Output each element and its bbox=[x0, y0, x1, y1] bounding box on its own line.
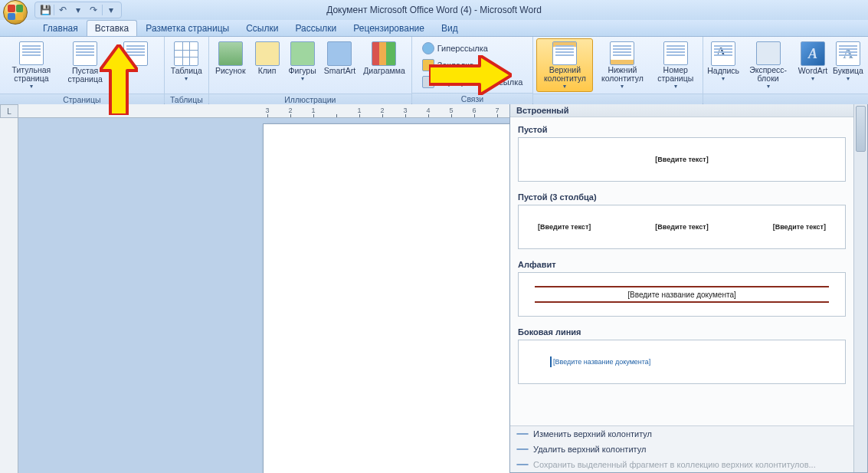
crossref-icon bbox=[422, 76, 434, 88]
gallery-heading: Встроенный bbox=[510, 104, 867, 117]
group-text-label bbox=[703, 94, 868, 105]
group-text: AНадпись▾ Экспресс-блоки▾ AWordArt▾ AБук… bbox=[703, 37, 868, 103]
bookmark-button[interactable]: Закладка bbox=[418, 57, 527, 73]
gallery-cat-blank: Пустой bbox=[518, 125, 846, 134]
dropcap-button[interactable]: AБуквица▾ bbox=[831, 38, 865, 92]
gallery-body[interactable]: Пустой [Введите текст] Пустой (3 столбца… bbox=[510, 117, 867, 425]
placeholder-text: [Введите текст] bbox=[655, 156, 708, 163]
gallery-cat-alpha: Алфавит bbox=[518, 260, 846, 269]
chart-icon bbox=[372, 41, 396, 66]
footer-button[interactable]: Нижний колонтитул▾ bbox=[594, 38, 650, 92]
tab-insert[interactable]: Вставка bbox=[87, 20, 138, 36]
pagenum-icon bbox=[663, 41, 688, 65]
page-number-button[interactable]: Номер страницы▾ bbox=[651, 38, 699, 92]
group-pages: Титульная страница▾ Пустая страница Разр… bbox=[0, 37, 165, 103]
shapes-button[interactable]: Фигуры▾ bbox=[286, 38, 319, 92]
tab-home[interactable]: Главная bbox=[34, 20, 87, 36]
gallery-item-blank3[interactable]: [Введите текст] [Введите текст] [Введите… bbox=[518, 205, 846, 249]
qat-drop-icon[interactable]: ▾ bbox=[71, 3, 85, 17]
gallery-item-blank[interactable]: [Введите текст] bbox=[518, 137, 846, 182]
quickparts-button[interactable]: Экспресс-блоки▾ bbox=[742, 38, 794, 92]
table-button[interactable]: Таблица▾ bbox=[168, 38, 205, 92]
remove-header-icon bbox=[516, 448, 529, 450]
gallery-cat-side: Боковая линия bbox=[518, 327, 846, 337]
save-icon[interactable]: 💾 bbox=[38, 3, 52, 17]
tab-review[interactable]: Рецензирование bbox=[345, 20, 433, 36]
header-icon bbox=[552, 41, 577, 65]
group-links-label: Связи bbox=[412, 93, 533, 104]
chart-button[interactable]: Диаграмма bbox=[360, 38, 408, 92]
window-title: Документ Microsoft Office Word (4) - Mic… bbox=[0, 5, 868, 15]
bookmark-icon bbox=[422, 59, 434, 71]
title-bar: 💾 ↶ ▾ ↷ ▾ Документ Microsoft Office Word… bbox=[0, 0, 868, 20]
gallery-cat-blank3: Пустой (3 столбца) bbox=[518, 192, 846, 202]
group-tables-label: Таблицы bbox=[165, 94, 208, 105]
tab-mailings[interactable]: Рассылки bbox=[287, 20, 345, 36]
group-header-footer: Верхний колонтитул▾ Нижний колонтитул▾ Н… bbox=[533, 37, 703, 103]
edit-header-icon bbox=[516, 433, 529, 435]
page-break-button[interactable]: Разрыв страницы bbox=[111, 38, 161, 92]
ruler-corner[interactable]: L bbox=[0, 104, 18, 118]
group-pages-label: Страницы bbox=[0, 94, 164, 105]
cover-page-button[interactable]: Титульная страница▾ bbox=[3, 38, 60, 92]
qat-customize-icon[interactable]: ▾ bbox=[104, 3, 118, 17]
clip-button[interactable]: Клип bbox=[251, 38, 284, 92]
ribbon: Титульная страница▾ Пустая страница Разр… bbox=[0, 37, 868, 104]
gallery-remove-header[interactable]: Удалить верхний колонтитул bbox=[510, 442, 867, 457]
textbox-button[interactable]: AНадпись▾ bbox=[706, 38, 740, 92]
quickparts-icon bbox=[756, 41, 781, 65]
quick-access-toolbar: 💾 ↶ ▾ ↷ ▾ bbox=[34, 2, 122, 18]
textbox-icon: A bbox=[711, 41, 735, 66]
clip-icon bbox=[255, 41, 280, 66]
gallery-scrollbar[interactable] bbox=[853, 104, 867, 472]
undo-icon[interactable]: ↶ bbox=[56, 3, 70, 17]
redo-icon[interactable]: ↷ bbox=[87, 3, 100, 17]
ribbon-tabs: Главная Вставка Разметка страницы Ссылки… bbox=[0, 20, 868, 37]
group-links: Гиперссылка Закладка Перекрестная ссылка… bbox=[412, 37, 534, 103]
vertical-ruler[interactable] bbox=[0, 118, 18, 473]
shapes-icon bbox=[290, 41, 315, 66]
gallery-footer: Изменить верхний колонтитул Удалить верх… bbox=[510, 425, 867, 472]
wordart-icon: A bbox=[801, 41, 825, 66]
header-button[interactable]: Верхний колонтитул▾ bbox=[536, 38, 593, 92]
picture-icon bbox=[218, 41, 243, 66]
tab-view[interactable]: Вид bbox=[433, 20, 467, 36]
footer-icon bbox=[610, 41, 634, 65]
wordart-button[interactable]: AWordArt▾ bbox=[796, 38, 830, 92]
group-tables: Таблица▾ Таблицы bbox=[165, 37, 209, 103]
crossref-button[interactable]: Перекрестная ссылка bbox=[418, 74, 527, 90]
tab-references[interactable]: Ссылки bbox=[237, 20, 287, 36]
scroll-thumb[interactable] bbox=[856, 106, 866, 152]
group-illustrations-label: Иллюстрации bbox=[209, 94, 411, 105]
gallery-save-selection: Сохранить выделенный фрагмент в коллекци… bbox=[510, 457, 867, 472]
header-gallery: Встроенный Пустой [Введите текст] Пустой… bbox=[509, 104, 868, 473]
gallery-item-side[interactable]: [Введите название документа] bbox=[518, 340, 846, 384]
hyperlink-icon bbox=[422, 42, 434, 54]
gallery-edit-header[interactable]: Изменить верхний колонтитул bbox=[510, 426, 867, 442]
save-selection-icon bbox=[516, 464, 529, 465]
picture-button[interactable]: Рисунок bbox=[212, 38, 249, 92]
gallery-item-alpha[interactable]: [Введите название документа] bbox=[518, 272, 846, 317]
blank-page-button[interactable]: Пустая страница bbox=[61, 38, 110, 92]
hyperlink-button[interactable]: Гиперссылка bbox=[418, 40, 527, 56]
group-illustrations: Рисунок Клип Фигуры▾ SmartArt Диаграмма … bbox=[209, 37, 412, 103]
group-hf-label bbox=[533, 94, 703, 105]
smartart-button[interactable]: SmartArt bbox=[321, 38, 359, 92]
office-button[interactable] bbox=[3, 0, 28, 25]
smartart-icon bbox=[327, 41, 352, 66]
dropcap-icon: A bbox=[836, 41, 860, 66]
tab-page-layout[interactable]: Разметка страницы bbox=[137, 20, 237, 36]
table-icon bbox=[174, 41, 198, 66]
